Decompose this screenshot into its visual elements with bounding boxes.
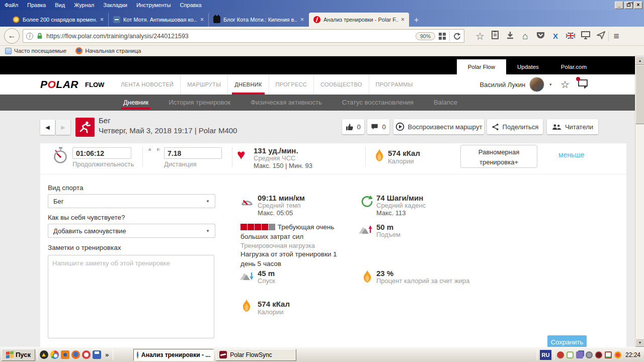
- less-link[interactable]: меньше: [558, 151, 584, 159]
- start-button[interactable]: Пуск: [2, 349, 35, 361]
- subnav-recovery[interactable]: Статус восстановления: [332, 95, 424, 111]
- menu-hamburger-icon[interactable]: ≡: [609, 31, 624, 42]
- nav-routes[interactable]: МАРШРУТЫ: [180, 74, 227, 95]
- like-button[interactable]: 0: [342, 119, 364, 134]
- translate-flag-icon[interactable]: [563, 32, 578, 41]
- url-text[interactable]: https://flow.polar.com/training/analysis…: [46, 33, 413, 40]
- nav-community[interactable]: СООБЩЕСТВО: [313, 74, 369, 95]
- quicklaunch-chrome-icon[interactable]: [50, 350, 59, 359]
- page-scrollbar[interactable]: ▲ ▼: [635, 56, 644, 347]
- menu-file[interactable]: Файл: [0, 1, 23, 9]
- scroll-down-button[interactable]: ▼: [635, 338, 644, 347]
- subnav-balance[interactable]: Balance: [424, 95, 467, 111]
- nav-diary[interactable]: ДНЕВНИК: [227, 74, 268, 95]
- quicklaunch-firefox-icon[interactable]: [71, 350, 80, 359]
- back-button[interactable]: ←: [4, 28, 20, 44]
- duration-input[interactable]: [72, 147, 131, 159]
- toptab-polar-flow[interactable]: Polar Flow: [457, 59, 506, 74]
- taskbar-divider: [37, 349, 38, 360]
- bookmark-frequent[interactable]: Часто посещаемые: [5, 48, 66, 54]
- page-info-icon[interactable]: i: [26, 33, 33, 40]
- minimize-button[interactable]: _: [615, 2, 623, 9]
- nav-programs[interactable]: ПРОГРАММЫ: [369, 74, 420, 95]
- toptab-polar-com[interactable]: Polar.com: [550, 59, 598, 74]
- tray-icon-2[interactable]: [567, 351, 574, 358]
- distance-input[interactable]: [164, 147, 222, 159]
- language-indicator[interactable]: RU: [540, 350, 551, 360]
- tray-icon-7[interactable]: [614, 351, 621, 358]
- quicklaunch-opera-icon[interactable]: [82, 350, 91, 359]
- tray-icon-5[interactable]: [595, 351, 602, 358]
- save-button[interactable]: Сохранить: [547, 335, 587, 347]
- menu-tools[interactable]: Инструменты: [132, 1, 176, 9]
- replay-route-button[interactable]: Воспроизвести маршрут: [393, 119, 484, 134]
- tab-4-close-icon[interactable]: ×: [401, 16, 405, 23]
- close-button[interactable]: ×: [634, 2, 642, 9]
- task-firefox-window[interactable]: Анализ тренировки - ...: [133, 349, 214, 361]
- toptab-updates[interactable]: Updates: [506, 59, 550, 74]
- bookmarks-menu-icon[interactable]: [488, 31, 503, 41]
- screenshot-monitor-icon[interactable]: [578, 31, 593, 41]
- quicklaunch-overflow-icon[interactable]: »: [103, 351, 111, 358]
- notifications-chat-icon[interactable]: [578, 78, 589, 90]
- avatar[interactable]: [529, 77, 544, 92]
- followers-button[interactable]: Читатели: [547, 119, 598, 134]
- tab-1[interactable]: Более 200 снарядов времен... ×: [8, 13, 108, 27]
- nav-feed[interactable]: ЛЕНТА НОВОСТЕЙ: [114, 74, 180, 95]
- downloads-icon[interactable]: [503, 31, 518, 41]
- tray-mail-icon[interactable]: [605, 351, 612, 358]
- next-session-button[interactable]: ▶: [56, 120, 70, 135]
- user-caret-icon[interactable]: ▼: [548, 82, 552, 87]
- notification-dot: [576, 77, 580, 81]
- restore-button[interactable]: [624, 2, 633, 9]
- bookmark-star-icon[interactable]: ☆: [472, 30, 488, 42]
- menu-view[interactable]: Вид: [50, 1, 69, 9]
- url-bar[interactable]: i https://flow.polar.com/training/analys…: [23, 29, 464, 43]
- feeling-select[interactable]: Добавить самочувствие ▼: [48, 224, 215, 238]
- new-tab-button[interactable]: +: [409, 16, 424, 27]
- tab-1-close-icon[interactable]: ×: [100, 16, 104, 23]
- browser-navbar: ← i https://flow.polar.com/training/anal…: [0, 27, 644, 46]
- task-flowsync-window[interactable]: Polar FlowSync: [216, 349, 296, 361]
- sport-select[interactable]: Бег ▼: [48, 194, 215, 208]
- quicklaunch-player-icon[interactable]: [40, 350, 48, 359]
- task-firefox-label: Анализ тренировки - ...: [141, 351, 210, 358]
- user-name[interactable]: Василий Лукин: [479, 81, 525, 88]
- cadence-value: 74 Шаги/мин: [376, 194, 423, 202]
- quicklaunch-save-icon[interactable]: [93, 350, 101, 359]
- comment-button[interactable]: 0: [367, 119, 389, 134]
- tab-2-close-icon[interactable]: ×: [200, 16, 204, 23]
- polar-logo[interactable]: POLAR: [40, 78, 78, 90]
- subnav-activity[interactable]: Физическая активность: [240, 95, 332, 111]
- tab-3[interactable]: Блог Кота Моти.: Кипения в... ×: [208, 13, 308, 27]
- share-icon: [492, 123, 499, 131]
- zoom-level-badge[interactable]: 90%: [416, 32, 435, 40]
- menu-bookmarks[interactable]: Закладки: [99, 1, 132, 9]
- menu-history[interactable]: Журнал: [69, 1, 99, 9]
- tab-active-polar[interactable]: Анализ тренировки - Polar F... ×: [309, 13, 409, 27]
- bookmark-home[interactable]: Начальная страница: [75, 47, 141, 54]
- home-icon[interactable]: ⌂: [518, 31, 533, 42]
- page-actions-grid-icon[interactable]: [438, 32, 446, 40]
- tray-icon-1[interactable]: [557, 351, 564, 358]
- tab-3-close-icon[interactable]: ×: [300, 16, 304, 23]
- menu-edit[interactable]: Правка: [23, 1, 50, 9]
- pocket-icon[interactable]: [533, 31, 548, 41]
- menu-help[interactable]: Справка: [175, 1, 206, 9]
- nav-progress[interactable]: ПРОГРЕСС: [269, 74, 313, 95]
- quicklaunch-app-icon[interactable]: [61, 350, 69, 359]
- x-extension-icon[interactable]: X: [548, 32, 563, 40]
- notes-textarea[interactable]: [48, 255, 214, 338]
- share-button[interactable]: Поделиться: [487, 119, 543, 134]
- tray-webcam-icon[interactable]: [586, 351, 593, 358]
- subnav-diary[interactable]: Дневник: [113, 95, 158, 111]
- subnav-history[interactable]: История тренировок: [158, 95, 240, 111]
- scroll-up-button[interactable]: ▲: [635, 56, 644, 65]
- reload-icon[interactable]: [453, 32, 461, 40]
- favorites-star-icon[interactable]: ☆: [560, 78, 570, 90]
- send-tab-icon[interactable]: [593, 31, 608, 41]
- prev-session-button[interactable]: ◀: [40, 120, 55, 135]
- tray-icon-3[interactable]: [576, 351, 583, 358]
- scrollbar-thumb[interactable]: [635, 65, 644, 124]
- tab-2[interactable]: Кот Мотя. Антимышовая ко... ×: [108, 13, 208, 27]
